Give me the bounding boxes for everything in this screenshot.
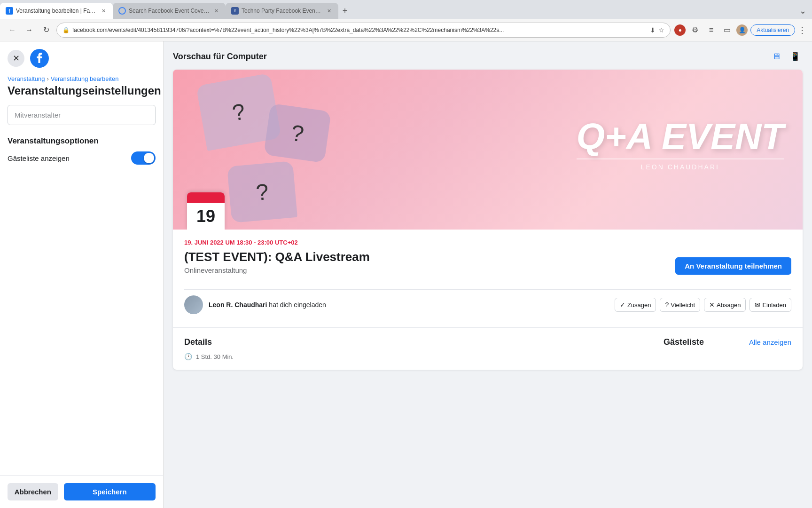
tab3-close[interactable]: ✕ bbox=[325, 7, 333, 15]
rsvp-no-icon: ✕ bbox=[709, 301, 715, 309]
host-avatar bbox=[184, 295, 203, 314]
cohost-input[interactable] bbox=[8, 105, 156, 125]
rsvp-no-button[interactable]: ✕ Absagen bbox=[704, 298, 746, 312]
save-button[interactable]: Speichern bbox=[64, 483, 156, 500]
details-time: 🕐 1 Std. 30 Min. bbox=[184, 353, 640, 360]
guest-list-toggle[interactable] bbox=[131, 151, 156, 165]
sidebar-header: ✕ bbox=[0, 41, 163, 71]
back-button[interactable]: ← bbox=[6, 24, 19, 37]
address-icons: ⬇ ☆ bbox=[650, 26, 664, 34]
tab-bar-end: ⌄ bbox=[351, 3, 812, 19]
tab2-close[interactable]: ✕ bbox=[212, 7, 220, 15]
tab3-title: Techno Party Facebook Event ... bbox=[242, 8, 322, 14]
rsvp-maybe-label: Vielleicht bbox=[671, 302, 695, 309]
sidebar-footer: Abbrechen Speichern bbox=[0, 475, 163, 508]
new-tab-button[interactable]: + bbox=[338, 4, 351, 17]
download-icon[interactable]: ⬇ bbox=[650, 26, 656, 34]
event-type: Onlineveranstaltung bbox=[184, 266, 370, 274]
rsvp-invite-icon: ✉ bbox=[755, 301, 760, 309]
forward-button[interactable]: → bbox=[23, 24, 36, 37]
join-event-button[interactable]: An Veranstaltung teilnehmen bbox=[675, 257, 791, 275]
desktop-view-button[interactable]: 🖥 bbox=[769, 49, 784, 64]
profile-icon[interactable]: 👤 bbox=[736, 24, 748, 36]
app-container: ✕ Veranstaltung › Veranstaltung bearbeit… bbox=[0, 41, 812, 508]
event-date-block: 19 bbox=[187, 192, 225, 230]
browser-menu-icon[interactable]: ⋮ bbox=[798, 25, 806, 35]
rsvp-maybe-button[interactable]: ? Vielleicht bbox=[660, 298, 700, 312]
nav-bar: ← → ↻ 🔒 facebook.com/events/edit/4013458… bbox=[0, 19, 812, 41]
address-bar[interactable]: 🔒 facebook.com/events/edit/4013458119347… bbox=[56, 23, 671, 38]
rsvp-no-label: Absagen bbox=[717, 302, 741, 309]
reload-button[interactable]: ↻ bbox=[39, 24, 53, 37]
guests-title: Gästeliste bbox=[664, 337, 704, 347]
breadcrumb: Veranstaltung › Veranstaltung bearbeiten bbox=[8, 75, 156, 82]
event-info: 19. JUNI 2022 UM 18:30 - 23:00 UTC+02 (T… bbox=[173, 230, 803, 327]
address-text: facebook.com/events/edit/401345811934706… bbox=[72, 27, 647, 33]
tab1-favicon: f bbox=[6, 7, 13, 15]
rsvp-buttons: ✓ Zusagen ? Vielleicht ✕ Absagen ✉ bbox=[615, 298, 791, 312]
rsvp-invite-button[interactable]: ✉ Einladen bbox=[750, 298, 791, 312]
host-name: Leon R. Chaudhari bbox=[209, 301, 267, 309]
guest-list-label: Gästeliste anzeigen bbox=[8, 154, 70, 162]
mobile-view-button[interactable]: 📱 bbox=[788, 49, 803, 64]
tab-bar-menu-icon[interactable]: ⌄ bbox=[797, 4, 808, 18]
rsvp-yes-button[interactable]: ✓ Zusagen bbox=[615, 298, 656, 312]
event-actions-row: (TEST EVENT): Q&A Livestream Onlineveran… bbox=[184, 250, 791, 282]
rsvp-invite-label: Einladen bbox=[762, 302, 786, 309]
host-avatar-image bbox=[184, 295, 203, 314]
lock-icon: 🔒 bbox=[62, 27, 70, 33]
event-cover-text: Q+A EVENT LEON CHAUDHARI bbox=[173, 70, 803, 230]
invited-text: Leon R. Chaudhari hat dich eingeladen bbox=[209, 301, 326, 309]
preview-device-buttons: 🖥 📱 bbox=[769, 49, 803, 64]
tab2-title: Search Facebook Event Cover... bbox=[129, 8, 210, 14]
date-day: 19 bbox=[187, 203, 225, 230]
tab-veranstaltung[interactable]: f Veranstaltung bearbeiten | Fac... ✕ bbox=[0, 3, 113, 19]
tab3-favicon: f bbox=[231, 7, 239, 15]
breadcrumb-veranstaltung[interactable]: Veranstaltung bbox=[8, 75, 45, 82]
event-date-text: 19. JUNI 2022 UM 18:30 - 23:00 UTC+02 bbox=[184, 239, 791, 246]
update-button[interactable]: Aktualisieren bbox=[750, 24, 795, 36]
cancel-button[interactable]: Abbrechen bbox=[8, 483, 58, 500]
guests-header: Gästeliste Alle anzeigen bbox=[664, 337, 791, 347]
preview-title: Vorschau für Computer bbox=[173, 52, 267, 62]
toggle-slider bbox=[131, 151, 156, 165]
tab-techno[interactable]: f Techno Party Facebook Event ... ✕ bbox=[226, 3, 338, 19]
rsvp-maybe-icon: ? bbox=[665, 301, 669, 309]
details-section: Details 🕐 1 Std. 30 Min. bbox=[173, 327, 652, 370]
details-title: Details bbox=[184, 337, 640, 347]
guests-link[interactable]: Alle anzeigen bbox=[749, 338, 791, 346]
date-month-bar bbox=[187, 192, 225, 203]
nav-right: ● ⚙ ≡ ▭ 👤 Aktualisieren ⋮ bbox=[674, 24, 806, 37]
facebook-logo bbox=[30, 49, 49, 68]
event-cover: ? ? ? Q+A EVENT LEON CHAUDHARI 19 bbox=[173, 70, 803, 230]
qa-event-title: Q+A EVENT bbox=[577, 118, 784, 155]
tab2-favicon bbox=[118, 7, 126, 15]
extension-icon-2[interactable]: ⚙ bbox=[688, 24, 702, 37]
tab1-close[interactable]: ✕ bbox=[100, 7, 107, 15]
rsvp-yes-label: Zusagen bbox=[627, 302, 651, 309]
event-card: ? ? ? Q+A EVENT LEON CHAUDHARI 19 bbox=[173, 70, 803, 370]
event-title-block: (TEST EVENT): Q&A Livestream Onlineveran… bbox=[184, 250, 370, 282]
extension-icon-3[interactable]: ≡ bbox=[704, 24, 718, 37]
page-title: Veranstaltungseinstellungen bbox=[8, 84, 156, 97]
preview-panel: Vorschau für Computer 🖥 📱 ? ? ? Q+A EVEN… bbox=[164, 41, 812, 508]
options-section-title: Veranstaltungsoptionen bbox=[8, 136, 156, 146]
extension-icon-1[interactable]: ● bbox=[674, 24, 686, 36]
details-time-text: 1 Std. 30 Min. bbox=[196, 353, 234, 360]
close-button[interactable]: ✕ bbox=[8, 50, 24, 67]
guests-section: Gästeliste Alle anzeigen bbox=[652, 327, 803, 370]
clock-icon: 🕐 bbox=[184, 353, 192, 360]
cast-icon[interactable]: ▭ bbox=[720, 24, 734, 37]
event-bottom: Details 🕐 1 Std. 30 Min. Gästeliste Alle… bbox=[173, 327, 803, 370]
sidebar-content: Veranstaltung › Veranstaltung bearbeiten… bbox=[0, 71, 163, 475]
event-name: (TEST EVENT): Q&A Livestream bbox=[184, 250, 370, 264]
cover-author: LEON CHAUDHARI bbox=[577, 163, 784, 171]
tab-search[interactable]: Search Facebook Event Cover... ✕ bbox=[113, 3, 226, 19]
invited-suffix: hat dich eingeladen bbox=[269, 301, 326, 309]
bookmark-icon[interactable]: ☆ bbox=[658, 26, 664, 34]
preview-header: Vorschau für Computer 🖥 📱 bbox=[173, 41, 803, 70]
invited-row: Leon R. Chaudhari hat dich eingeladen ✓ … bbox=[184, 289, 791, 320]
breadcrumb-bearbeiten[interactable]: Veranstaltung bearbeiten bbox=[51, 75, 119, 82]
tab1-title: Veranstaltung bearbeiten | Fac... bbox=[16, 8, 97, 14]
sidebar: ✕ Veranstaltung › Veranstaltung bearbeit… bbox=[0, 41, 164, 508]
